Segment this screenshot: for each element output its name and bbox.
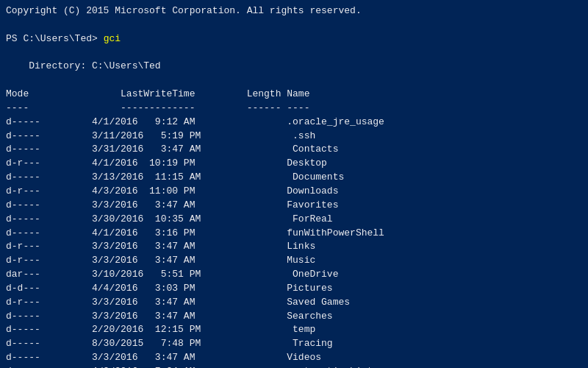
table-row: d-d--- 4/4/2016 3:03 PM Pictures (6, 282, 582, 296)
table-row: d----- 3/11/2016 5:19 PM .ssh (6, 130, 582, 144)
directory-line: Directory: C:\Users\Ted (6, 60, 582, 74)
prompt-cmd-line: PS C:\Users\Ted> gci (6, 32, 582, 46)
copyright-line: Copyright (C) 2015 Microsoft Corporation… (6, 4, 582, 18)
table-row: d----- 3/3/2016 3:47 AM Favorites (6, 199, 582, 213)
table-row: d-r--- 4/1/2016 10:19 PM Desktop (6, 157, 582, 171)
table-row: d----- 3/3/2016 3:47 AM Videos (6, 351, 582, 365)
table-row: d----- 4/3/2016 7:34 AM wget-activehisto… (6, 365, 582, 368)
blank-line-1 (6, 18, 582, 32)
table-row: d-r--- 4/3/2016 11:00 PM Downloads (6, 185, 582, 199)
table-row: d-r--- 3/3/2016 3:47 AM Links (6, 240, 582, 254)
table-row: d----- 2/20/2016 12:15 PM temp (6, 323, 582, 337)
prompt-1: PS C:\Users\Ted> (6, 33, 104, 44)
table-row: dar--- 3/10/2016 5:51 PM OneDrive (6, 268, 582, 282)
table-row: d-r--- 3/3/2016 3:47 AM Saved Games (6, 296, 582, 310)
table-row: d----- 3/30/2016 10:35 AM ForReal (6, 213, 582, 227)
directory-listing: d----- 4/1/2016 9:12 AM .oracle_jre_usag… (6, 116, 582, 368)
blank-line-3 (6, 74, 582, 88)
table-row: d-r--- 3/3/2016 3:47 AM Music (6, 254, 582, 268)
table-row: d----- 8/30/2015 7:48 PM Tracing (6, 337, 582, 351)
table-row: d----- 3/31/2016 3:47 AM Contacts (6, 143, 582, 157)
blank-line-2 (6, 46, 582, 60)
terminal-window: Copyright (C) 2015 Microsoft Corporation… (0, 0, 588, 368)
table-row: d----- 4/1/2016 9:12 AM .oracle_jre_usag… (6, 116, 582, 130)
command-1: gci (104, 33, 121, 44)
header-line-2: ---- ------------- ------ ---- (6, 102, 582, 116)
header-line-1: Mode LastWriteTime Length Name (6, 88, 582, 102)
table-row: d----- 4/1/2016 3:16 PM funWithPowerShel… (6, 227, 582, 241)
table-row: d----- 3/13/2016 11:15 AM Documents (6, 171, 582, 185)
table-row: d----- 3/3/2016 3:47 AM Searches (6, 310, 582, 324)
